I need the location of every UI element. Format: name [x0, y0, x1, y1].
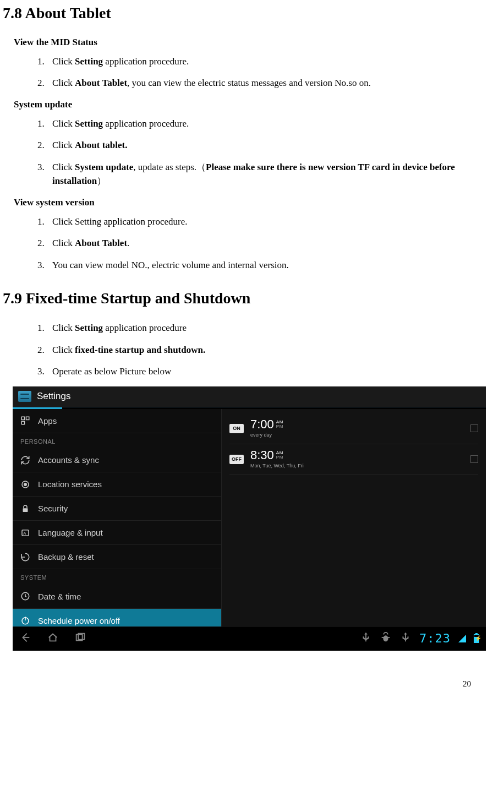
ampm-indicator: AMPM: [276, 418, 283, 429]
schedule-time: 7:00: [250, 418, 274, 430]
statusbar-clock: 7:23: [419, 630, 451, 647]
section-title-7-8: 7.8 About Tablet: [3, 2, 493, 24]
sidebar-item-label: Accounts & sync: [38, 454, 99, 466]
heading-view-version: View system version: [14, 196, 493, 209]
page-number: 20: [3, 651, 493, 690]
svg-point-14: [383, 635, 388, 641]
list-item: Click Setting application procedure.: [47, 215, 493, 229]
svg-rect-0: [21, 417, 24, 420]
usb-icon: [360, 631, 372, 646]
sidebar-item-backup-reset[interactable]: Backup & reset: [13, 545, 221, 569]
list-item: Click Setting application procedure.: [47, 55, 493, 69]
screen-title: Settings: [37, 390, 70, 403]
sidebar-item-schedule-power[interactable]: Schedule power on/off: [13, 609, 221, 626]
recent-apps-button[interactable]: [74, 631, 86, 646]
sidebar-item-label: Location services: [38, 478, 102, 490]
sidebar-item-label: Language & input: [38, 527, 103, 538]
list-item: Click fixed-tine startup and shutdown.: [47, 343, 493, 357]
system-navbar: 7:23 ⚡: [13, 626, 486, 651]
sidebar-category-system: SYSTEM: [13, 569, 221, 584]
list-item: Click About Tablet, you can view the ele…: [47, 76, 493, 90]
schedule-pane: ON 7:00 AMPM every day OFF 8:30: [222, 409, 486, 626]
language-icon: A: [20, 528, 30, 538]
sidebar-item-label: Backup & reset: [38, 551, 94, 563]
heading-view-mid-status: View the MID Status: [14, 36, 493, 49]
svg-rect-5: [23, 508, 28, 512]
list-item: You can view model NO., electric volume …: [47, 258, 493, 273]
sidebar-item-label: Apps: [38, 415, 57, 427]
schedule-checkbox[interactable]: [470, 455, 478, 463]
sidebar-item-security[interactable]: Security: [13, 497, 221, 521]
settings-icon: [18, 391, 31, 402]
list-item: Click System update, update as steps.（Pl…: [47, 160, 493, 188]
location-icon: [20, 479, 30, 489]
schedule-checkbox[interactable]: [470, 424, 478, 432]
sidebar-item-label: Date & time: [38, 591, 81, 602]
on-badge: ON: [229, 424, 244, 433]
list-item: Click About tablet.: [47, 138, 493, 152]
list-item: Click Setting application procedure.: [47, 117, 493, 131]
sync-icon: [20, 455, 30, 465]
list-item: Operate as below Picture below: [47, 364, 493, 379]
battery-icon: ⚡: [474, 634, 479, 643]
sidebar-item-location-services[interactable]: Location services: [13, 472, 221, 497]
ampm-indicator: AMPM: [276, 449, 283, 460]
heading-system-update: System update: [14, 98, 493, 111]
sidebar-item-apps[interactable]: Apps: [13, 409, 221, 433]
schedule-row-off[interactable]: OFF 8:30 AMPM Mon, Tue, Wed, Thu, Fri: [229, 444, 478, 475]
schedule-row-on[interactable]: ON 7:00 AMPM every day: [229, 413, 478, 444]
clock-icon: [20, 591, 30, 601]
list-item: Click Setting application procedure: [47, 321, 493, 335]
sidebar-category-personal: PERSONAL: [13, 433, 221, 448]
off-badge: OFF: [229, 455, 244, 464]
svg-rect-1: [26, 417, 29, 420]
svg-text:A: A: [23, 531, 26, 536]
schedule-days: every day: [250, 432, 283, 439]
sidebar-item-accounts-sync[interactable]: Accounts & sync: [13, 448, 221, 472]
settings-sidebar: Apps PERSONAL Accounts & sync Location s…: [13, 409, 222, 626]
section-title-7-9: 7.9 Fixed-time Startup and Shutdown: [3, 287, 493, 309]
lock-icon: [20, 504, 30, 514]
usb-icon-2: [399, 631, 412, 646]
apps-icon: [20, 416, 30, 426]
debug-icon: [380, 631, 392, 646]
sidebar-item-language-input[interactable]: A Language & input: [13, 521, 221, 545]
sidebar-item-date-time[interactable]: Date & time: [13, 585, 221, 609]
schedule-days: Mon, Tue, Wed, Thu, Fri: [250, 462, 304, 470]
back-button[interactable]: [19, 631, 31, 646]
svg-point-4: [24, 483, 27, 486]
sidebar-item-label: Schedule power on/off: [38, 615, 120, 626]
signal-icon: [458, 635, 466, 642]
android-settings-screenshot: Settings Apps PERSONAL Accounts & sync: [13, 386, 486, 651]
svg-rect-2: [21, 422, 24, 424]
backup-icon: [20, 552, 30, 562]
schedule-time: 8:30: [250, 449, 274, 461]
list-item: Click About Tablet.: [47, 236, 493, 250]
power-icon: [20, 615, 30, 625]
sidebar-item-label: Security: [38, 503, 68, 514]
home-button[interactable]: [47, 631, 59, 646]
